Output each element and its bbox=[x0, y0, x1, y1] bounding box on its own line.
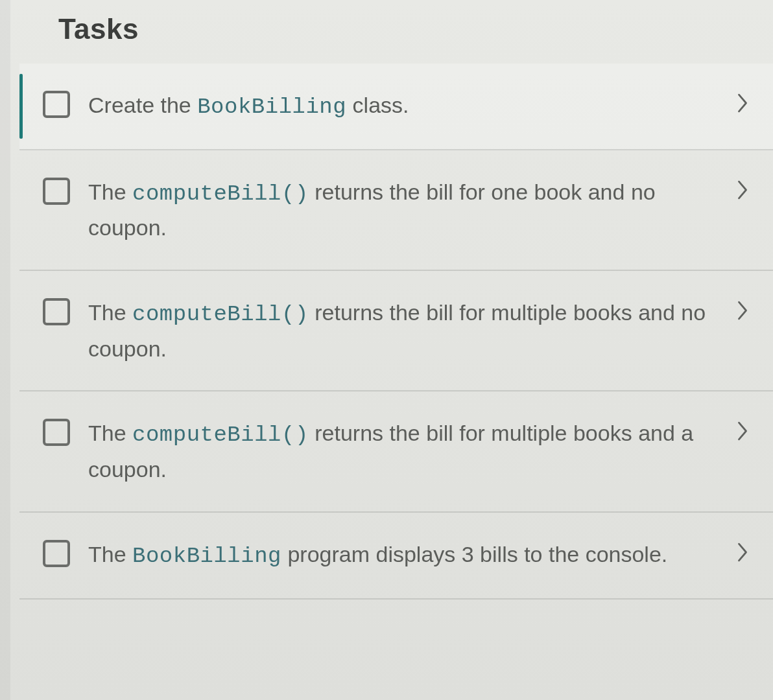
chevron-right-icon[interactable] bbox=[731, 92, 754, 114]
task-checkbox[interactable] bbox=[43, 298, 70, 325]
chevron-right-icon[interactable] bbox=[731, 541, 754, 563]
chevron-right-icon[interactable] bbox=[731, 420, 754, 442]
task-row[interactable]: Create the BookBilling class. bbox=[19, 64, 773, 150]
tasks-heading: Tasks bbox=[19, 0, 773, 64]
chevron-right-icon[interactable] bbox=[731, 179, 754, 201]
task-checkbox[interactable] bbox=[43, 178, 70, 205]
task-row[interactable]: The computeBill() returns the bill for m… bbox=[19, 391, 773, 512]
task-checkbox[interactable] bbox=[43, 91, 70, 118]
task-label: The BookBilling program displays 3 bills… bbox=[88, 537, 713, 574]
task-label: The computeBill() returns the bill for o… bbox=[88, 175, 713, 245]
task-label: Create the BookBilling class. bbox=[88, 88, 713, 124]
task-row[interactable]: The computeBill() returns the bill for m… bbox=[19, 271, 773, 391]
task-row[interactable]: The computeBill() returns the bill for o… bbox=[19, 150, 773, 271]
tasks-panel: Tasks Create the BookBilling class.The c… bbox=[0, 0, 773, 700]
task-label: The computeBill() returns the bill for m… bbox=[88, 296, 713, 366]
task-label: The computeBill() returns the bill for m… bbox=[88, 416, 713, 486]
chevron-right-icon[interactable] bbox=[731, 299, 754, 321]
task-row[interactable]: The BookBilling program displays 3 bills… bbox=[19, 513, 773, 600]
task-checkbox[interactable] bbox=[43, 419, 70, 446]
task-checkbox[interactable] bbox=[43, 540, 70, 567]
task-list: Create the BookBilling class.The compute… bbox=[19, 64, 773, 600]
